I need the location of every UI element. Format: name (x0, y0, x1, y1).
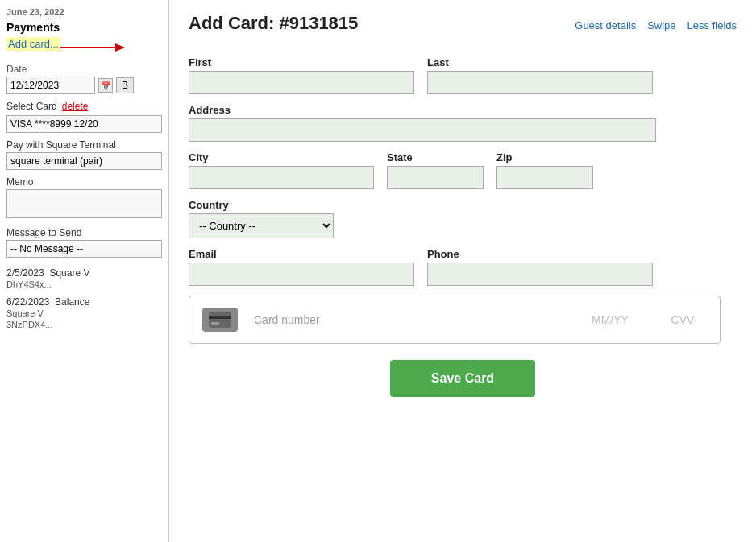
less-fields-link[interactable]: Less fields (687, 19, 737, 31)
sidebar-date-header: June 23, 2022 (6, 6, 162, 18)
transaction-item-1: 2/5/2023 Square V DhY4S4x... (6, 267, 162, 290)
country-select[interactable]: -- Country -- United States Canada Unite… (189, 213, 334, 238)
email-input[interactable] (189, 263, 414, 286)
add-card-row: Add card... (6, 37, 162, 57)
last-label: Last (427, 56, 653, 68)
message-value[interactable]: -- No Message -- (6, 240, 162, 258)
swipe-link[interactable]: Swipe (647, 19, 675, 31)
zip-label: Zip (496, 151, 593, 163)
phone-group: Phone (427, 248, 653, 286)
tx2-sub3: 3NzPDX4... (6, 320, 52, 329)
sidebar-payments-title: Payments (6, 21, 162, 34)
state-input[interactable] (387, 166, 484, 189)
country-row: Country -- Country -- United States Cana… (189, 199, 737, 238)
country-label: Country (189, 199, 334, 211)
main-content: Add Card: #9131815 Guest details Swipe L… (169, 0, 756, 542)
guest-details-link[interactable]: Guest details (575, 19, 636, 31)
phone-input[interactable] (427, 263, 653, 286)
city-label: City (189, 151, 374, 163)
tx2-name: Balance (55, 296, 89, 308)
card-icon (202, 308, 238, 332)
svg-rect-3 (209, 316, 231, 319)
tx2-sub2: Square V (6, 308, 44, 318)
country-group: Country -- Country -- United States Cana… (189, 199, 334, 238)
card-select[interactable]: VISA ****8999 12/20 (6, 115, 162, 133)
zip-input[interactable] (496, 166, 593, 189)
add-card-link[interactable]: Add card... (6, 37, 60, 51)
state-group: State (387, 151, 484, 189)
date-input-row: 📅 B (6, 77, 162, 94)
arrow-icon (60, 39, 125, 56)
email-label: Email (189, 248, 414, 260)
tx1-date: 2/5/2023 (6, 267, 44, 279)
email-group: Email (189, 248, 414, 286)
date-input[interactable] (6, 77, 95, 94)
b-button[interactable]: B (116, 77, 134, 93)
card-number-placeholder: Card number (254, 313, 562, 326)
calendar-icon[interactable]: 📅 (98, 78, 113, 93)
tx2-date: 6/22/2023 (6, 296, 49, 308)
mm-yy-placeholder: MM/YY (578, 313, 642, 326)
sidebar: June 23, 2022 Payments Add card... Date … (0, 0, 169, 542)
svg-rect-4 (211, 322, 219, 325)
cvv-placeholder: CVV (658, 313, 707, 326)
svg-marker-1 (115, 43, 125, 52)
address-input[interactable] (189, 118, 656, 142)
phone-label: Phone (427, 248, 653, 260)
first-label: First (189, 56, 414, 68)
svg-rect-2 (209, 312, 231, 328)
first-group: First (189, 56, 414, 94)
email-phone-row: Email Phone (189, 248, 737, 286)
address-row: Address (189, 104, 737, 142)
pay-with-label: Pay with Square Terminal (6, 139, 162, 151)
card-payment-box[interactable]: Card number MM/YY CVV (189, 296, 721, 344)
select-card-label: Select Card (6, 101, 57, 112)
top-links: Guest details Swipe Less fields (575, 19, 737, 31)
last-group: Last (427, 56, 653, 94)
date-label: Date (6, 64, 162, 75)
memo-textarea[interactable] (6, 189, 162, 218)
state-label: State (387, 151, 484, 163)
save-card-button[interactable]: Save Card (390, 360, 535, 397)
tx1-sub: DhY4S4x... (6, 279, 52, 289)
city-state-zip-row: City State Zip (189, 151, 737, 189)
city-input[interactable] (189, 166, 374, 189)
first-input[interactable] (189, 71, 414, 94)
delete-link[interactable]: delete (62, 101, 89, 112)
message-label: Message to Send (6, 227, 162, 238)
city-group: City (189, 151, 374, 189)
zip-group: Zip (496, 151, 593, 189)
terminal-value: square terminal (pair) (6, 152, 162, 170)
save-card-container: Save Card (189, 360, 737, 397)
select-card-row: Select Card delete (6, 101, 162, 112)
memo-label: Memo (6, 176, 162, 188)
tx1-name: Square V (49, 267, 89, 279)
address-label: Address (189, 104, 656, 116)
address-group: Address (189, 104, 656, 142)
first-last-row: First Last (189, 56, 737, 94)
page-title: Add Card: #9131815 (189, 13, 358, 34)
transaction-item-2: 6/22/2023 Balance Square V 3NzPDX4... (6, 296, 162, 330)
last-input[interactable] (427, 71, 653, 94)
